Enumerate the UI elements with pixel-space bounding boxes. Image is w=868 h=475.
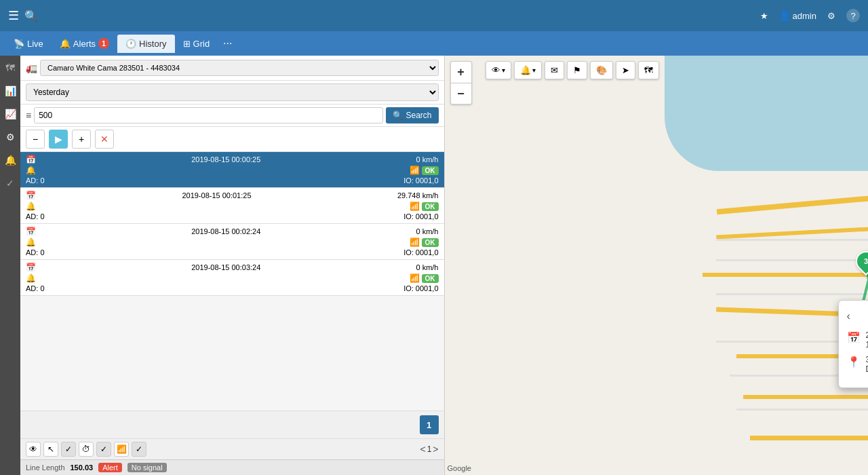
signal-icon3: 📶 (410, 238, 420, 247)
item1-io: IO: 0001,0 (403, 176, 438, 185)
item3-date: 2019-08-15 00:02:24 (191, 227, 260, 235)
tab-more[interactable]: ··· (218, 35, 237, 52)
data-item[interactable]: 📅 2019-08-15 00:01:25 29.748 km/h 🔔 📶 OK… (20, 188, 444, 224)
item3-ad: AD: 0 (26, 248, 45, 256)
playback-plus-button[interactable]: + (72, 130, 91, 149)
tab-live-label: Live (27, 39, 43, 49)
palette-tool-button[interactable]: 🎨 (590, 61, 613, 79)
ok-badge3: OK (422, 238, 439, 247)
playback-minus-button[interactable]: − (26, 130, 45, 149)
search-row: ≡ 🔍 Search (20, 104, 444, 127)
zoom-out-button[interactable]: − (450, 83, 472, 104)
grid-icon: ⊞ (183, 39, 191, 49)
gear-icon[interactable]: ⚙ (827, 11, 835, 21)
signal-icon2: 📶 (410, 202, 420, 211)
date-icon: 📅 (26, 155, 36, 164)
sidebar: 🚛 Camaro White Cama 283501 - 4483034 Yes… (20, 56, 445, 475)
left-icon-panel: 🗺 📊 📈 ⚙ 🔔 ✓ (0, 56, 20, 475)
popup-prev-button[interactable]: ‹ (847, 310, 850, 322)
nosignal-badge: No signal (127, 463, 167, 472)
star-icon[interactable]: ★ (760, 11, 768, 21)
nav-search-icon[interactable]: 🔍 (24, 10, 38, 22)
map-pin[interactable]: 3 (856, 251, 869, 271)
tab-live[interactable]: 📡 Live (5, 35, 52, 53)
popup-coords-row: 📍 35.470295,33.895407 - 35.514737,33.842… (847, 355, 869, 374)
panel-check-icon[interactable]: ✓ (6, 178, 14, 189)
search-label: Search (406, 111, 431, 120)
item1-ad: AD: 0 (26, 176, 45, 185)
filter-clock-button[interactable]: ⏱ (79, 442, 94, 457)
data-item[interactable]: 📅 2019-08-15 00:00:25 0 km/h 🔔 📶 OK AD: … (20, 152, 444, 188)
bell-icon: 🔔 (26, 166, 36, 175)
sroad3 (716, 293, 869, 295)
popup-datetime: 2019-08-15 00:29:21 - 2019-08-15 00:49:0… (866, 330, 869, 340)
road3 (703, 273, 869, 277)
item1-speed: 0 km/h (416, 155, 438, 164)
search-button[interactable]: 🔍 Search (386, 107, 438, 124)
filter-check-button[interactable]: ✓ (61, 442, 76, 457)
bell-icon2: 🔔 (26, 202, 36, 211)
navigate-tool-button[interactable]: ➤ (616, 61, 635, 79)
tab-history[interactable]: 🕐 History (117, 35, 174, 53)
panel-table-icon[interactable]: 📊 (5, 86, 16, 96)
alert-tool-icon: 🔔 (520, 65, 531, 75)
filter-nav: < 1 > (420, 444, 438, 455)
playback-play-button[interactable]: ▶ (49, 130, 68, 149)
filter-check2-button[interactable]: ✓ (96, 442, 111, 457)
eye-tool-button[interactable]: 👁 ▾ (486, 61, 511, 79)
live-icon: 📡 (14, 39, 24, 49)
date-icon4: 📅 (26, 263, 36, 272)
google-attribution: Google (448, 464, 471, 472)
navbar-right: ★ 👤 admin ⚙ ? (760, 9, 860, 22)
filter-eye-button[interactable]: 👁 (26, 442, 41, 457)
navigate-tool-icon: ➤ (622, 65, 629, 75)
alert-dropdown-arrow: ▾ (532, 66, 536, 74)
hamburger-icon[interactable]: ☰ (8, 8, 19, 23)
truck-icon: 🚛 (26, 62, 37, 73)
filter-check3-button[interactable]: ✓ (132, 442, 146, 457)
playback-controls: − ▶ + ✕ (20, 127, 444, 152)
help-icon[interactable]: ? (846, 9, 860, 22)
road7 (750, 436, 869, 440)
panel-chart-icon[interactable]: 📈 (5, 109, 16, 119)
panel-settings-icon[interactable]: ⚙ (6, 132, 15, 142)
bell-icon4: 🔔 (26, 273, 36, 283)
map-area[interactable]: 百鲁特 美国大学 الأمريكية Paris AIN AL MAISEH ع… (445, 56, 869, 475)
tab-alerts[interactable]: 🔔 Alerts 1 (52, 34, 117, 53)
zoom-in-button[interactable]: + (450, 61, 472, 83)
line-length-value: 150.03 (71, 463, 94, 472)
alerts-badge: 1 (98, 38, 109, 49)
filter-next-button[interactable]: > (433, 444, 438, 455)
popup-distance: Distance: 10.70 (866, 364, 869, 374)
route-svg (445, 56, 869, 475)
alert-tool-button[interactable]: 🔔 ▾ (514, 61, 542, 79)
map-toolbar: 👁 ▾ 🔔 ▾ ✉ ⚑ 🎨 ➤ 🗺 (486, 61, 659, 79)
eye-dropdown-arrow: ▾ (502, 66, 505, 74)
date-range-select[interactable]: Yesterday (26, 83, 439, 101)
data-item[interactable]: 📅 2019-08-15 00:03:24 0 km/h 🔔 📶 OK AD: … (20, 260, 444, 296)
location-icon: 📍 (847, 356, 861, 368)
map-popup: ‹ → Driving (3) › ✕ 📅 2019-08-15 00:29:2… (838, 300, 869, 388)
flag-tool-button[interactable]: ⚑ (567, 61, 587, 79)
send-tool-button[interactable]: ✉ (545, 61, 564, 79)
filter-prev-button[interactable]: < (420, 444, 425, 455)
panel-map-icon[interactable]: 🗺 (5, 62, 15, 73)
status-bar: Line Length 150.03 Alert No signal (20, 459, 444, 475)
filter-signal-button[interactable]: 📶 (114, 442, 129, 457)
page-1-button[interactable]: 1 (420, 415, 439, 434)
item4-speed: 0 km/h (416, 263, 438, 271)
tab-grid[interactable]: ⊞ Grid (175, 35, 218, 53)
data-item[interactable]: 📅 2019-08-15 00:02:24 0 km/h 🔔 📶 OK AD: … (20, 224, 444, 260)
admin-user-icon[interactable]: 👤 admin (779, 11, 816, 21)
navbar: ☰ 🔍 ★ 👤 admin ⚙ ? (0, 0, 868, 31)
playback-close-button[interactable]: ✕ (95, 130, 114, 149)
vehicle-select[interactable]: Camaro White Cama 283501 - 4483034 (40, 60, 439, 76)
count-input[interactable] (34, 107, 383, 124)
map-background: 百鲁特 美国大学 الأمريكية Paris AIN AL MAISEH ع… (445, 56, 869, 475)
map-layers-button[interactable]: 🗺 (638, 61, 659, 79)
panel-alert-icon[interactable]: 🔔 (5, 155, 16, 166)
popup-datetime-row: 📅 2019-08-15 00:29:21 - 2019-08-15 00:49… (847, 330, 869, 349)
filter-page: 1 (427, 444, 432, 454)
filter-cursor-button[interactable]: ↖ (43, 442, 58, 457)
history-icon: 🕐 (125, 39, 136, 49)
